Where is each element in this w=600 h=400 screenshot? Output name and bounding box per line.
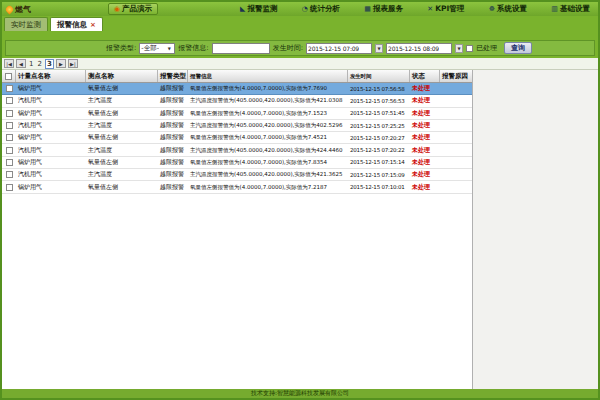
nav-item-basic-settings[interactable]: ▥ 基础设置	[551, 4, 590, 14]
table-row[interactable]: 锅炉用气氧量值左侧越限报警氧量值左侧报警值为(4.0000,7.0000),实际…	[2, 181, 472, 193]
query-button[interactable]: 查询	[504, 42, 532, 54]
table-row[interactable]: 汽机用气主汽温度越限报警主汽温度报警值为(405.0000,420.0000),…	[2, 95, 472, 107]
tab-realtime-monitoring[interactable]: 实时监测	[4, 17, 48, 31]
page-number-2[interactable]: 2	[36, 60, 42, 68]
column-header-point: 计量点名称	[16, 70, 86, 82]
cell-time: 2015-12-15 07:56:53	[348, 95, 410, 106]
table-row[interactable]: 锅炉用气氧量值左侧越限报警氧量值左侧报警值为(4.0000,7.0000),实际…	[2, 83, 472, 95]
nav-label: 统计分析	[310, 4, 340, 14]
row-checkbox[interactable]	[6, 122, 13, 129]
nav-item-system-settings[interactable]: ☸ 系统设置	[489, 4, 527, 14]
nav-item-alarm-monitoring[interactable]: ◣ 报警监测	[240, 4, 277, 14]
footer-bar: 技术支持:智慧能源科技发展有限公司	[2, 389, 598, 398]
select-all-checkbox[interactable]	[5, 73, 12, 80]
row-checkbox[interactable]	[6, 97, 13, 104]
cell-reason	[440, 132, 472, 143]
cell-sensor: 氧量值左侧	[86, 132, 158, 143]
nav-item-report-service[interactable]: ▦ 报表服务	[364, 4, 403, 14]
next-page-button[interactable]: ▶	[56, 59, 66, 68]
cell-type: 越限报警	[158, 157, 188, 168]
header-checkbox-cell	[2, 70, 16, 82]
table-row[interactable]: 汽机用气主汽温度越限报警主汽温度报警值为(405.0000,420.0000),…	[2, 144, 472, 156]
row-checkbox[interactable]	[6, 159, 13, 166]
cell-point: 锅炉用气	[16, 132, 86, 143]
cell-msg: 主汽温度报警值为(405.0000,420.0000),实际值为402.5296	[188, 120, 348, 131]
close-icon[interactable]: ×	[90, 21, 96, 29]
cell-type: 越限报警	[158, 144, 188, 155]
row-checkbox[interactable]	[6, 147, 13, 154]
cell-type: 越限报警	[158, 95, 188, 106]
module-nav: ◣ 报警监测 ◔ 统计分析 ▦ 报表服务 ✕ KPI管理 ☸ 系统设置 ▥ 基础…	[240, 2, 596, 16]
cell-type: 越限报警	[158, 108, 188, 119]
cell-reason	[440, 181, 472, 192]
row-checkbox[interactable]	[6, 85, 13, 92]
cell-time: 2015-12-15 07:56:58	[348, 83, 410, 94]
cell-sensor: 氧量值左侧	[86, 83, 158, 94]
alarm-type-select[interactable]: -全部- ▼	[139, 43, 175, 54]
right-empty-panel	[472, 70, 598, 392]
cell-time: 2015-12-15 07:15:14	[348, 157, 410, 168]
title-bar: 燃气 ◉ 产品演示 ◣ 报警监测 ◔ 统计分析 ▦ 报表服务 ✕ KPI管理	[2, 2, 598, 16]
table-row[interactable]: 汽机用气主汽温度越限报警主汽温度报警值为(405.0000,420.0000),…	[2, 169, 472, 181]
nav-item-statistics[interactable]: ◔ 统计分析	[302, 4, 340, 14]
row-checkbox[interactable]	[6, 184, 13, 191]
cell-sensor: 氧量值左侧	[86, 157, 158, 168]
tab-alarm-info[interactable]: 报警信息 ×	[50, 17, 103, 31]
cell-reason	[440, 157, 472, 168]
alarm-info-label: 报警信息:	[178, 43, 208, 53]
column-header-reason: 报警原因	[440, 70, 472, 82]
cell-msg: 主汽温度报警值为(405.0000,420.0000),实际值为421.3625	[188, 169, 348, 180]
row-checkbox-cell	[2, 169, 16, 180]
cell-point: 汽机用气	[16, 120, 86, 131]
page-number-3-current[interactable]: 3	[45, 59, 54, 69]
column-header-sensor: 测点名称	[86, 70, 158, 82]
cell-point: 锅炉用气	[16, 108, 86, 119]
brand-label: 燃气	[15, 4, 31, 15]
row-checkbox[interactable]	[6, 110, 13, 117]
cell-time: 2015-12-15 07:20:22	[348, 144, 410, 155]
nav-label: 报表服务	[373, 4, 403, 14]
footer-text: 技术支持:智慧能源科技发展有限公司	[251, 389, 349, 398]
table-row[interactable]: 锅炉用气氧量值左侧越限报警氧量值左侧报警值为(4.0000,7.0000),实际…	[2, 132, 472, 144]
time-label: 发生时间:	[273, 43, 303, 53]
handled-checkbox[interactable]	[466, 45, 473, 52]
alarm-type-label: 报警类型:	[106, 43, 136, 53]
cell-type: 越限报警	[158, 120, 188, 131]
row-checkbox-cell	[2, 181, 16, 192]
time-to-picker[interactable]: 2015-12-15 08:09	[386, 43, 452, 54]
page-number-1[interactable]: 1	[28, 60, 34, 68]
chevron-down-icon[interactable]: ▼	[455, 44, 463, 53]
row-checkbox[interactable]	[6, 171, 13, 178]
cell-status: 未处理	[410, 95, 440, 106]
cell-sensor: 主汽温度	[86, 169, 158, 180]
first-page-button[interactable]: |◀	[4, 59, 14, 68]
time-from-picker[interactable]: 2015-12-15 07:09	[306, 43, 372, 54]
column-header-status: 状态	[410, 70, 440, 82]
table-row[interactable]: 锅炉用气氧量值左侧越限报警氧量值左侧报警值为(4.0000,7.0000),实际…	[2, 157, 472, 169]
time-to-value: 2015-12-15 08:09	[388, 45, 439, 52]
nav-item-kpi[interactable]: ✕ KPI管理	[427, 4, 464, 14]
table-row[interactable]: 汽机用气主汽温度越限报警主汽温度报警值为(405.0000,420.0000),…	[2, 120, 472, 132]
time-from-value: 2015-12-15 07:09	[308, 45, 359, 52]
row-checkbox[interactable]	[6, 134, 13, 141]
cell-point: 汽机用气	[16, 144, 86, 155]
product-demo-button[interactable]: ◉ 产品演示	[108, 3, 158, 15]
cell-msg: 氧量值左侧报警值为(4.0000,7.0000),实际值为7.2187	[188, 181, 348, 192]
alarm-info-input[interactable]	[212, 43, 270, 54]
table-header: 计量点名称 测点名称 报警类型 报警信息 发生时间 状态 报警原因	[2, 70, 472, 83]
alarm-type-value: -全部-	[141, 44, 159, 53]
row-checkbox-cell	[2, 83, 16, 94]
prev-page-button[interactable]: ◀	[16, 59, 26, 68]
last-page-button[interactable]: ▶|	[68, 59, 78, 68]
cell-sensor: 氧量值左侧	[86, 108, 158, 119]
pagination-bar: |◀ ◀ 1 2 3 ▶ ▶|	[2, 58, 598, 70]
table-row[interactable]: 锅炉用气氧量值左侧越限报警氧量值左侧报警值为(4.0000,7.0000),实际…	[2, 108, 472, 120]
column-header-message: 报警信息	[188, 70, 348, 82]
chevron-down-icon[interactable]: ▼	[165, 44, 173, 53]
column-header-type: 报警类型	[158, 70, 188, 82]
gear-icon: ☸	[489, 6, 495, 13]
row-checkbox-cell	[2, 108, 16, 119]
handled-label: 已处理	[476, 43, 497, 53]
cell-reason	[440, 120, 472, 131]
chevron-down-icon[interactable]: ▼	[375, 44, 383, 53]
